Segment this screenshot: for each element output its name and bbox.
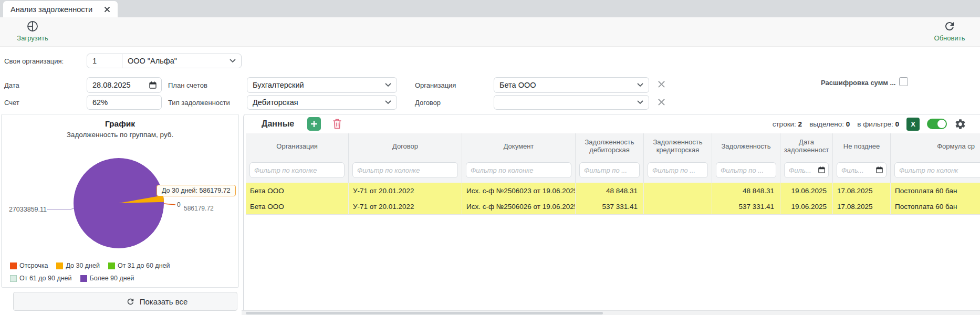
legend-label: От 31 до 60 дней (118, 262, 170, 269)
filter-input-debt-receivable[interactable] (579, 162, 640, 178)
cell-organization[interactable]: Бета ООО (246, 183, 349, 198)
horizontal-scrollbar[interactable] (242, 310, 980, 315)
tab-debt-analysis[interactable]: Анализ задолженности (3, 1, 118, 17)
cell-debt[interactable]: 48 848.31 (712, 183, 780, 198)
account-value: 62% (92, 98, 108, 107)
calendar-icon[interactable] (875, 166, 883, 174)
cell-debt-date[interactable]: 19.06.2025 (780, 183, 833, 198)
col-header-organization[interactable]: Организация (246, 133, 349, 159)
col-header-debt[interactable]: Задолженность (712, 133, 780, 159)
cell-organization[interactable]: Бета ООО (246, 198, 349, 214)
table-row[interactable]: Бета ООО У-71 от 20.01.2022 Исх. с-ф №25… (246, 198, 980, 215)
org-select[interactable]: Бета ООО (494, 77, 649, 93)
pie-label-zero: 0 (177, 201, 181, 208)
cell-contract[interactable]: У-71 от 20.01.2022 (349, 183, 462, 198)
col-header-contract[interactable]: Договор (349, 133, 462, 159)
refresh-icon (126, 297, 135, 306)
cell-formula[interactable]: Постоплата 60 бан (891, 198, 980, 214)
export-excel-button[interactable]: X (906, 118, 920, 131)
org-clear-icon[interactable] (658, 80, 666, 89)
show-all-button[interactable]: Показать все (13, 292, 237, 311)
col-header-formula[interactable]: Формула ср (891, 133, 980, 159)
add-row-button[interactable] (307, 117, 321, 131)
grid-toggle[interactable] (927, 119, 947, 129)
pie-chart[interactable]: 27033859.11 0 586179.72 (2, 142, 239, 263)
filter-input-debt[interactable] (716, 162, 776, 178)
legend-item[interactable]: От 31 до 60 дней (108, 262, 170, 269)
contract-select[interactable] (494, 95, 649, 110)
chart-legend-row-1: Отсрочка До 30 дней От 31 до 60 дней (10, 262, 170, 269)
cell-not-later[interactable]: 17.08.2025 (833, 183, 891, 198)
gear-icon[interactable] (954, 118, 966, 130)
main-toolbar: Загрузить Обновить (0, 17, 980, 47)
chart-panel: График Задолженность по группам, руб. 27… (1, 114, 239, 288)
legend-label: До 30 дней (66, 262, 100, 269)
scrollbar-thumb[interactable] (246, 312, 603, 314)
refresh-icon (943, 20, 956, 33)
cell-debt[interactable]: 537 331.41 (712, 198, 780, 214)
cell-debt-date[interactable]: 19.06.2025 (780, 198, 833, 214)
pie-label-upto30: 586179.72 (184, 205, 214, 212)
legend-item[interactable]: Отсрочка (10, 262, 48, 269)
chevron-down-icon (637, 100, 643, 104)
filter-input-formula[interactable] (894, 162, 980, 178)
org-value: Бета ООО (499, 81, 536, 89)
contract-clear-icon[interactable] (658, 98, 666, 107)
refresh-button-label: Обновить (934, 34, 965, 42)
filter-cell (462, 159, 576, 183)
col-header-document[interactable]: Документ (462, 133, 576, 159)
breakdown-checkbox[interactable] (899, 77, 908, 86)
cell-debt-payable[interactable] (644, 198, 712, 214)
filtered-count: в фильтре: 0 (857, 120, 899, 128)
filter-input-document[interactable] (466, 162, 571, 178)
cell-contract[interactable]: У-71 от 20.01.2022 (349, 198, 462, 214)
col-header-not-later[interactable]: Не позднее (833, 133, 891, 159)
own-org-combo[interactable]: 1 ООО "Альфа" (87, 54, 242, 68)
col-header-debt-receivable[interactable]: Задолженностьдебиторская (576, 133, 644, 159)
date-input[interactable]: 28.08.2025 (87, 77, 162, 93)
calendar-icon[interactable] (149, 81, 157, 89)
cell-debt-receivable[interactable]: 48 848.31 (576, 183, 644, 198)
cell-document[interactable]: Исх. с-ф №2506026 от 19.06.2025 (462, 198, 576, 214)
legend-label: Отсрочка (19, 262, 48, 269)
cell-formula[interactable]: Постоплата 60 бан (891, 183, 980, 198)
load-button[interactable]: Загрузить (12, 20, 54, 42)
legend-item[interactable]: Более 90 дней (80, 275, 134, 282)
filter-cell (576, 159, 644, 183)
filter-input-organization[interactable] (249, 162, 345, 178)
legend-item[interactable]: До 30 дней (56, 262, 100, 269)
debt-type-select[interactable]: Дебиторская (247, 95, 397, 110)
legend-swatch (108, 262, 115, 269)
col-header-debt-date[interactable]: Датазадолженност (780, 133, 833, 159)
pie-label-over90: 27033859.11 (9, 206, 47, 213)
plan-select[interactable]: Бухгалтерский (247, 77, 397, 93)
filter-cell (833, 159, 891, 183)
filter-input-contract[interactable] (352, 162, 458, 178)
legend-swatch (80, 275, 87, 282)
selected-count: выделено: 0 (809, 120, 850, 128)
filter-input-debt-payable[interactable] (648, 162, 708, 178)
tab-close-icon[interactable] (104, 6, 110, 13)
account-input[interactable]: 62% (87, 95, 162, 110)
pie-tooltip: До 30 дней: 586179.72 (157, 185, 236, 196)
debt-type-value: Дебиторская (253, 98, 298, 107)
legend-item[interactable]: От 61 до 90 дней (10, 275, 72, 282)
cell-debt-payable[interactable] (644, 183, 712, 198)
chevron-down-icon (637, 83, 643, 87)
grid-header: Организация Договор Документ Задолженнос… (246, 133, 980, 183)
chevron-down-icon (385, 83, 391, 87)
own-org-label: Своя организация: (4, 57, 64, 65)
own-org-code-input[interactable]: 1 (87, 54, 122, 68)
delete-row-button[interactable] (332, 118, 342, 130)
cell-document[interactable]: Исх. с-ф №2506023 от 19.06.2025 (462, 183, 576, 198)
col-header-debt-payable[interactable]: Задолженностькредиторская (644, 133, 712, 159)
tab-bar: Анализ задолженности (0, 0, 980, 18)
chart-subtitle: Задолженность по группам, руб. (2, 131, 238, 139)
table-row[interactable]: Бета ООО У-71 от 20.01.2022 Исх. с-ф №25… (246, 183, 980, 199)
refresh-button[interactable]: Обновить (929, 20, 971, 42)
cell-debt-receivable[interactable]: 537 331.41 (576, 198, 644, 214)
calendar-icon[interactable] (818, 166, 826, 174)
legend-swatch (10, 262, 17, 269)
chart-legend-row-2: От 61 до 90 дней Более 90 дней (10, 275, 134, 282)
cell-not-later[interactable]: 17.08.2025 (833, 198, 891, 214)
